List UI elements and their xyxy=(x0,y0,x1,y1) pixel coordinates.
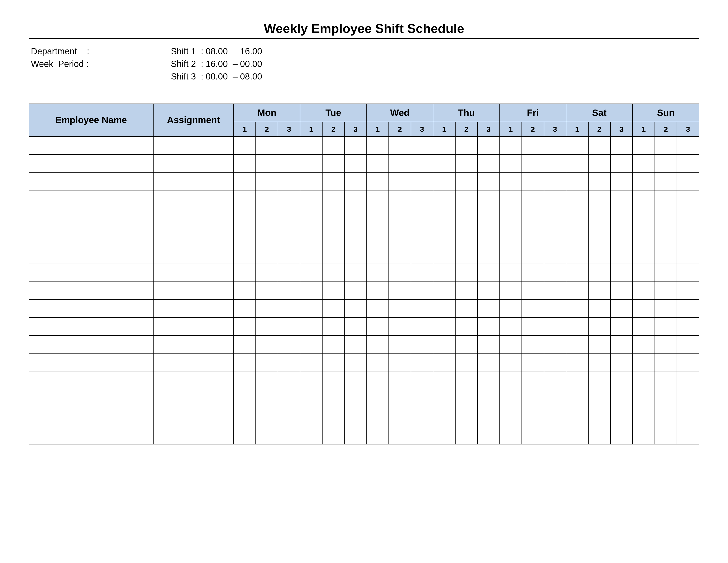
shift-cell[interactable] xyxy=(256,336,278,354)
shift-cell[interactable] xyxy=(367,245,389,263)
shift-cell[interactable] xyxy=(500,263,522,281)
shift-cell[interactable] xyxy=(234,191,256,209)
shift-cell[interactable] xyxy=(433,318,455,336)
shift-cell[interactable] xyxy=(256,173,278,191)
shift-cell[interactable] xyxy=(278,191,300,209)
shift-cell[interactable] xyxy=(632,318,655,336)
shift-cell[interactable] xyxy=(500,209,522,227)
shift-cell[interactable] xyxy=(389,372,411,390)
shift-cell[interactable] xyxy=(433,263,455,281)
shift-cell[interactable] xyxy=(677,173,699,191)
shift-cell[interactable] xyxy=(500,136,522,154)
shift-cell[interactable] xyxy=(477,390,499,408)
shift-cell[interactable] xyxy=(677,372,699,390)
shift-cell[interactable] xyxy=(566,372,588,390)
shift-cell[interactable] xyxy=(389,318,411,336)
shift-cell[interactable] xyxy=(655,191,677,209)
shift-cell[interactable] xyxy=(433,336,455,354)
shift-cell[interactable] xyxy=(256,136,278,154)
shift-cell[interactable] xyxy=(344,318,366,336)
shift-cell[interactable] xyxy=(256,390,278,408)
shift-cell[interactable] xyxy=(389,209,411,227)
shift-cell[interactable] xyxy=(389,227,411,245)
shift-cell[interactable] xyxy=(455,173,477,191)
shift-cell[interactable] xyxy=(256,227,278,245)
shift-cell[interactable] xyxy=(300,227,322,245)
shift-cell[interactable] xyxy=(610,354,632,372)
shift-cell[interactable] xyxy=(234,245,256,263)
shift-cell[interactable] xyxy=(500,173,522,191)
shift-cell[interactable] xyxy=(234,173,256,191)
shift-cell[interactable] xyxy=(544,426,566,444)
shift-cell[interactable] xyxy=(367,426,389,444)
shift-cell[interactable] xyxy=(655,426,677,444)
assignment-cell[interactable] xyxy=(153,191,234,209)
shift-cell[interactable] xyxy=(522,354,544,372)
shift-cell[interactable] xyxy=(477,136,499,154)
employee-name-cell[interactable] xyxy=(29,336,153,354)
shift-cell[interactable] xyxy=(677,263,699,281)
shift-cell[interactable] xyxy=(522,426,544,444)
shift-cell[interactable] xyxy=(278,209,300,227)
shift-cell[interactable] xyxy=(632,300,655,318)
shift-cell[interactable] xyxy=(300,408,322,426)
shift-cell[interactable] xyxy=(610,426,632,444)
shift-cell[interactable] xyxy=(367,336,389,354)
shift-cell[interactable] xyxy=(610,390,632,408)
shift-cell[interactable] xyxy=(433,300,455,318)
shift-cell[interactable] xyxy=(566,281,588,300)
shift-cell[interactable] xyxy=(610,227,632,245)
shift-cell[interactable] xyxy=(477,336,499,354)
shift-cell[interactable] xyxy=(677,191,699,209)
shift-cell[interactable] xyxy=(344,136,366,154)
shift-cell[interactable] xyxy=(677,209,699,227)
shift-cell[interactable] xyxy=(234,281,256,300)
shift-cell[interactable] xyxy=(278,245,300,263)
shift-cell[interactable] xyxy=(677,154,699,173)
shift-cell[interactable] xyxy=(411,227,433,245)
shift-cell[interactable] xyxy=(522,191,544,209)
shift-cell[interactable] xyxy=(344,209,366,227)
shift-cell[interactable] xyxy=(500,227,522,245)
shift-cell[interactable] xyxy=(389,426,411,444)
shift-cell[interactable] xyxy=(522,281,544,300)
assignment-cell[interactable] xyxy=(153,209,234,227)
employee-name-cell[interactable] xyxy=(29,173,153,191)
shift-cell[interactable] xyxy=(632,426,655,444)
shift-cell[interactable] xyxy=(477,300,499,318)
shift-cell[interactable] xyxy=(677,245,699,263)
shift-cell[interactable] xyxy=(433,281,455,300)
employee-name-cell[interactable] xyxy=(29,227,153,245)
shift-cell[interactable] xyxy=(610,173,632,191)
shift-cell[interactable] xyxy=(655,408,677,426)
shift-cell[interactable] xyxy=(278,263,300,281)
shift-cell[interactable] xyxy=(278,372,300,390)
shift-cell[interactable] xyxy=(632,154,655,173)
shift-cell[interactable] xyxy=(632,245,655,263)
shift-cell[interactable] xyxy=(544,136,566,154)
shift-cell[interactable] xyxy=(389,191,411,209)
shift-cell[interactable] xyxy=(322,154,344,173)
shift-cell[interactable] xyxy=(588,372,610,390)
shift-cell[interactable] xyxy=(677,426,699,444)
shift-cell[interactable] xyxy=(610,263,632,281)
shift-cell[interactable] xyxy=(256,263,278,281)
shift-cell[interactable] xyxy=(367,263,389,281)
shift-cell[interactable] xyxy=(544,173,566,191)
shift-cell[interactable] xyxy=(300,354,322,372)
shift-cell[interactable] xyxy=(389,173,411,191)
shift-cell[interactable] xyxy=(367,209,389,227)
shift-cell[interactable] xyxy=(411,336,433,354)
shift-cell[interactable] xyxy=(300,245,322,263)
shift-cell[interactable] xyxy=(632,227,655,245)
shift-cell[interactable] xyxy=(588,191,610,209)
shift-cell[interactable] xyxy=(566,318,588,336)
shift-cell[interactable] xyxy=(544,209,566,227)
shift-cell[interactable] xyxy=(632,390,655,408)
shift-cell[interactable] xyxy=(566,227,588,245)
shift-cell[interactable] xyxy=(344,281,366,300)
shift-cell[interactable] xyxy=(588,263,610,281)
shift-cell[interactable] xyxy=(632,372,655,390)
shift-cell[interactable] xyxy=(256,154,278,173)
shift-cell[interactable] xyxy=(500,390,522,408)
